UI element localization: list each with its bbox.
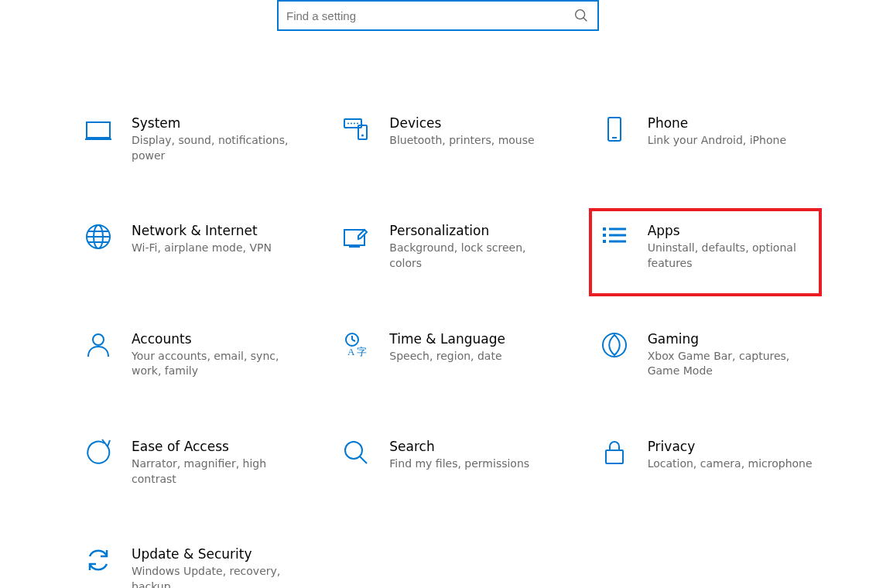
category-title: Personalization [389,222,554,239]
category-description: Xbox Game Bar, captures, Game Mode [648,349,813,379]
category-title: Accounts [132,330,296,347]
category-update[interactable]: Update & SecurityWindows Update, recover… [76,539,303,588]
category-phone[interactable]: PhoneLink your Android, iPhone [592,108,819,169]
devices-icon [340,115,372,147]
category-title: Gaming [648,330,813,347]
accounts-icon [82,330,115,363]
search-icon [340,438,372,470]
personalization-icon [340,222,372,255]
category-description: Narrator, magnifier, high contrast [132,456,296,487]
category-title: Update & Security [132,545,296,562]
category-description: Your accounts, email, sync, work, family [132,349,296,379]
category-personalization[interactable]: PersonalizationBackground, lock screen, … [334,216,560,277]
category-description: Find my files, permissions [389,456,554,472]
category-description: Uninstall, defaults, optional features [648,241,813,271]
svg-line-1 [583,18,587,21]
privacy-icon [598,438,631,470]
time-icon [340,330,372,363]
category-title: Privacy [648,438,813,455]
category-privacy[interactable]: PrivacyLocation, camera, microphone [592,432,819,493]
apps-icon [598,222,631,255]
category-title: Ease of Access [132,438,296,455]
category-description: Windows Update, recovery, backup [132,564,296,588]
category-description: Bluetooth, printers, mouse [389,133,554,149]
search-container [277,0,599,31]
category-system[interactable]: SystemDisplay, sound, notifications, pow… [76,108,303,169]
category-title: Phone [648,115,813,132]
category-description: Link your Android, iPhone [648,133,813,149]
category-apps[interactable]: AppsUninstall, defaults, optional featur… [589,208,822,296]
category-time[interactable]: Time & LanguageSpeech, region, date [334,324,560,385]
ease-icon [82,438,115,470]
category-title: Time & Language [389,330,554,347]
category-gaming[interactable]: GamingXbox Game Bar, captures, Game Mode [592,324,819,385]
category-network[interactable]: Network & InternetWi-Fi, airplane mode, … [76,216,303,277]
category-description: Speech, region, date [389,349,554,364]
category-title: Apps [648,222,813,239]
category-title: Devices [389,115,554,132]
svg-point-0 [576,10,585,19]
category-description: Wi-Fi, airplane mode, VPN [132,241,296,256]
category-description: Location, camera, microphone [648,456,813,472]
category-title: Search [389,438,554,455]
search-input[interactable] [286,9,573,22]
phone-icon [598,115,631,147]
category-title: System [132,115,296,132]
search-box[interactable] [277,0,599,31]
category-search[interactable]: SearchFind my files, permissions [334,432,560,493]
category-accounts[interactable]: AccountsYour accounts, email, sync, work… [76,324,303,385]
settings-categories-grid: SystemDisplay, sound, notifications, pow… [76,108,819,588]
category-devices[interactable]: DevicesBluetooth, printers, mouse [334,108,560,169]
category-ease[interactable]: Ease of AccessNarrator, magnifier, high … [76,432,303,493]
update-icon [82,545,115,578]
network-icon [82,222,115,255]
gaming-icon [598,330,631,363]
category-title: Network & Internet [132,222,296,239]
system-icon [82,115,115,147]
category-description: Display, sound, notifications, power [132,133,296,163]
category-description: Background, lock screen, colors [389,241,554,271]
search-icon [573,7,590,24]
